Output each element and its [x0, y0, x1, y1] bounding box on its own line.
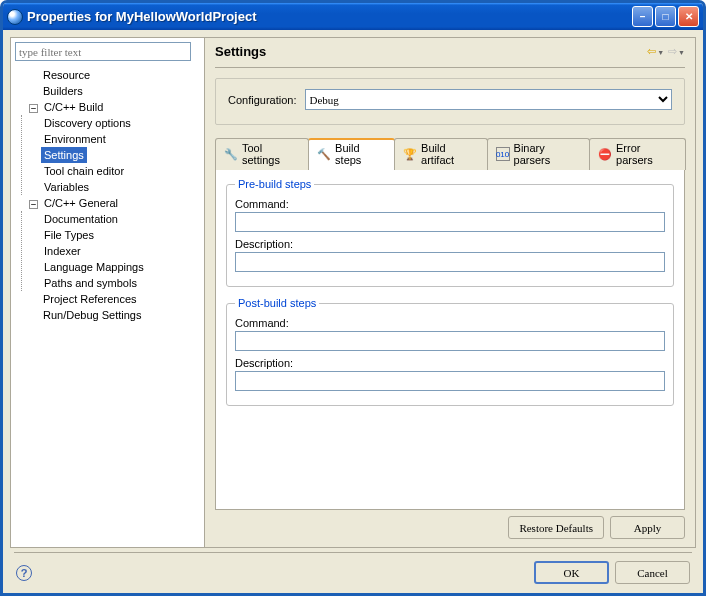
tree-builders[interactable]: Builders	[40, 83, 86, 99]
config-select[interactable]: Debug	[305, 89, 673, 110]
error-icon: ⛔	[598, 147, 612, 161]
tree-ccbuild[interactable]: C/C++ Build	[41, 99, 106, 115]
pre-build-group: Pre-build steps Command: Description:	[226, 178, 674, 287]
tree-resource[interactable]: Resource	[40, 67, 93, 83]
post-desc-label: Description:	[235, 357, 665, 369]
maximize-button[interactable]: □	[655, 6, 676, 27]
config-label: Configuration:	[228, 94, 297, 106]
nav-back-button[interactable]: ⇦▼	[647, 45, 664, 58]
post-command-input[interactable]	[235, 331, 665, 351]
pre-build-legend: Pre-build steps	[235, 178, 314, 190]
window-title: Properties for MyHellowWorldProject	[27, 9, 632, 24]
tab-body: Pre-build steps Command: Description: Po…	[215, 170, 685, 510]
tree-documentation[interactable]: Documentation	[41, 211, 121, 227]
wrench-icon: 🔧	[224, 147, 238, 161]
tab-tool-settings[interactable]: 🔧Tool settings	[215, 138, 309, 170]
nav-tree: Resource Builders −C/C++ Build Discovery…	[11, 65, 204, 547]
tab-bar: 🔧Tool settings 🔨Build steps 🏆Build artif…	[215, 137, 685, 170]
restore-defaults-button[interactable]: Restore Defaults	[508, 516, 604, 539]
tab-build-steps[interactable]: 🔨Build steps	[308, 138, 395, 170]
minimize-button[interactable]: –	[632, 6, 653, 27]
post-build-group: Post-build steps Command: Description:	[226, 297, 674, 406]
nav-panel: Resource Builders −C/C++ Build Discovery…	[10, 37, 205, 548]
tab-binary-parsers[interactable]: 010Binary parsers	[487, 138, 590, 170]
tree-toolchain[interactable]: Tool chain editor	[41, 163, 127, 179]
trophy-icon: 🏆	[403, 147, 417, 161]
tree-rundebug[interactable]: Run/Debug Settings	[40, 307, 144, 323]
help-icon[interactable]: ?	[16, 565, 32, 581]
binary-icon: 010	[496, 147, 510, 161]
pre-command-input[interactable]	[235, 212, 665, 232]
app-icon	[7, 9, 23, 25]
tree-projrefs[interactable]: Project References	[40, 291, 140, 307]
expander-ccbuild[interactable]: −	[29, 104, 38, 113]
tree-indexer[interactable]: Indexer	[41, 243, 84, 259]
tab-error-parsers[interactable]: ⛔Error parsers	[589, 138, 686, 170]
tree-discovery[interactable]: Discovery options	[41, 115, 134, 131]
pre-command-label: Command:	[235, 198, 665, 210]
cancel-button[interactable]: Cancel	[615, 561, 690, 584]
tab-build-artifact[interactable]: 🏆Build artifact	[394, 138, 487, 170]
ok-button[interactable]: OK	[534, 561, 609, 584]
hammer-icon: 🔨	[317, 147, 331, 161]
tree-settings[interactable]: Settings	[41, 147, 87, 163]
post-command-label: Command:	[235, 317, 665, 329]
close-button[interactable]: ✕	[678, 6, 699, 27]
post-build-legend: Post-build steps	[235, 297, 319, 309]
page-title: Settings	[215, 44, 647, 59]
expander-ccgeneral[interactable]: −	[29, 200, 38, 209]
pre-desc-label: Description:	[235, 238, 665, 250]
pre-desc-input[interactable]	[235, 252, 665, 272]
tree-variables[interactable]: Variables	[41, 179, 92, 195]
post-desc-input[interactable]	[235, 371, 665, 391]
filter-input[interactable]	[15, 42, 191, 61]
nav-forward-button[interactable]: ⇨▼	[668, 45, 685, 58]
apply-button[interactable]: Apply	[610, 516, 685, 539]
tree-ccgeneral[interactable]: C/C++ General	[41, 195, 121, 211]
settings-panel: Settings ⇦▼ ⇨▼ Configuration: Debug	[205, 37, 696, 548]
tree-environment[interactable]: Environment	[41, 131, 109, 147]
tree-paths[interactable]: Paths and symbols	[41, 275, 140, 291]
titlebar: Properties for MyHellowWorldProject – □ …	[3, 3, 703, 30]
tree-langmap[interactable]: Language Mappings	[41, 259, 147, 275]
tree-filetypes[interactable]: File Types	[41, 227, 97, 243]
